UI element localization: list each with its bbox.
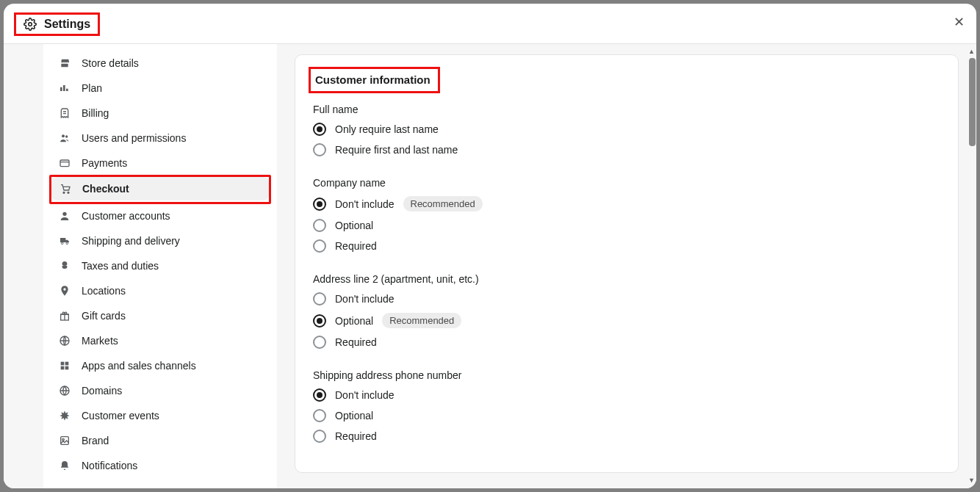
sidebar-item-locations[interactable]: Locations <box>51 279 270 303</box>
sidebar-item-users-and-permissions[interactable]: Users and permissions <box>51 126 270 150</box>
svg-rect-3 <box>60 160 69 167</box>
brand-icon <box>58 435 71 446</box>
sidebar-item-payments[interactable]: Payments <box>51 151 270 175</box>
sidebar-item-label: Shipping and delivery <box>82 235 180 247</box>
sidebar-item-billing[interactable]: Billing <box>51 101 270 125</box>
sidebar-item-brand[interactable]: Brand <box>51 429 270 452</box>
radio-label: Don't include <box>335 198 394 210</box>
radio-option[interactable]: Only require last name <box>313 123 940 136</box>
sidebar-item-label: Payments <box>82 157 127 169</box>
svg-rect-13 <box>65 362 69 366</box>
group-label: Company name <box>313 177 940 189</box>
sidebar-item-label: Users and permissions <box>82 132 186 144</box>
settings-sidebar: Store detailsPlanBillingUsers and permis… <box>43 44 277 488</box>
radio-option[interactable]: Required <box>313 336 940 349</box>
svg-point-9 <box>63 288 65 290</box>
person-icon <box>58 210 71 222</box>
radio-icon[interactable] <box>313 314 326 328</box>
globe-icon <box>58 335 71 347</box>
card-title-highlight-box: Customer information <box>309 67 440 93</box>
sidebar-item-markets[interactable]: Markets <box>51 329 270 352</box>
svg-point-7 <box>61 242 63 245</box>
sidebar-item-customer-accounts[interactable]: Customer accounts <box>51 204 270 228</box>
sidebar-item-label: Notifications <box>82 460 137 471</box>
users-icon <box>58 132 71 144</box>
sidebar-item-label: Locations <box>82 285 126 297</box>
sidebar-item-label: Brand <box>82 435 109 446</box>
group-label: Shipping address phone number <box>313 369 940 381</box>
sidebar-item-checkout[interactable]: Checkout <box>51 177 269 200</box>
sidebar-item-label: Customer accounts <box>82 210 170 222</box>
scrollbar-thumb[interactable] <box>969 58 976 146</box>
radio-icon[interactable] <box>313 292 326 305</box>
sidebar-item-label: Apps and sales channels <box>82 360 196 372</box>
radio-icon[interactable] <box>313 143 326 156</box>
radio-icon[interactable] <box>313 198 326 211</box>
scroll-arrow-down-icon[interactable]: ▼ <box>968 477 975 484</box>
cart-icon <box>59 183 72 195</box>
sidebar-item-shipping-and-delivery[interactable]: Shipping and delivery <box>51 229 270 253</box>
radio-label: Required <box>335 430 377 442</box>
sidebar-item-customer-events[interactable]: Customer events <box>51 404 270 427</box>
sidebar-item-store-details[interactable]: Store details <box>51 51 270 75</box>
page-title: Settings <box>44 18 90 31</box>
radio-label: Require first and last name <box>335 144 458 156</box>
gear-icon <box>24 18 37 31</box>
svg-rect-14 <box>61 366 65 370</box>
domain-icon <box>58 385 71 397</box>
customer-information-card: Customer information Full nameOnly requi… <box>295 54 959 473</box>
sidebar-item-label: Checkout <box>82 183 129 195</box>
radio-option[interactable]: Optional <box>313 409 940 422</box>
store-icon <box>58 57 71 69</box>
recommended-badge: Recommended <box>403 196 483 211</box>
sidebar-item-plan[interactable]: Plan <box>51 76 270 100</box>
svg-point-6 <box>62 212 66 216</box>
radio-label: Don't include <box>335 389 394 401</box>
radio-option[interactable]: OptionalRecommended <box>313 313 940 328</box>
pin-icon <box>58 285 71 297</box>
radio-option[interactable]: Require first and last name <box>313 143 940 156</box>
tax-icon <box>58 260 71 272</box>
sidebar-item-gift-cards[interactable]: Gift cards <box>51 304 270 328</box>
sidebar-item-label: Plan <box>82 82 102 94</box>
sidebar-item-taxes-and-duties[interactable]: Taxes and duties <box>51 254 270 278</box>
truck-icon <box>58 235 71 247</box>
sidebar-highlight-box: Checkout <box>49 175 271 204</box>
radio-label: Only require last name <box>335 123 439 135</box>
radio-icon[interactable] <box>313 219 326 232</box>
scroll-arrow-up-icon[interactable]: ▲ <box>968 48 975 55</box>
sidebar-item-label: Taxes and duties <box>82 260 159 272</box>
radio-option[interactable]: Don't include <box>313 388 940 402</box>
radio-icon[interactable] <box>313 123 326 136</box>
sidebar-item-apps-and-sales-channels[interactable]: Apps and sales channels <box>51 354 270 377</box>
settings-dialog: Settings ✕ Store detailsPlanBillingUsers… <box>4 4 976 488</box>
radio-option[interactable]: Required <box>313 239 940 253</box>
radio-icon[interactable] <box>313 409 326 422</box>
dialog-body: Store detailsPlanBillingUsers and permis… <box>4 44 976 488</box>
group-label: Full name <box>313 104 940 115</box>
radio-option[interactable]: Don't include <box>313 292 940 305</box>
sidebar-item-domains[interactable]: Domains <box>51 379 270 402</box>
close-icon[interactable]: ✕ <box>954 14 965 30</box>
billing-icon <box>58 107 71 119</box>
svg-point-18 <box>62 438 65 441</box>
radio-option[interactable]: Required <box>313 430 940 443</box>
radio-label: Required <box>335 336 377 348</box>
radio-option[interactable]: Optional <box>313 219 940 232</box>
radio-icon[interactable] <box>313 388 326 402</box>
sidebar-item-label: Customer events <box>82 410 159 422</box>
sidebar-item-notifications[interactable]: Notifications <box>51 454 270 477</box>
plan-icon <box>58 82 71 94</box>
svg-point-1 <box>62 134 65 137</box>
radio-option[interactable]: Don't includeRecommended <box>313 196 940 211</box>
svg-point-4 <box>63 192 65 193</box>
content-area: Customer information Full nameOnly requi… <box>277 44 976 488</box>
sidebar-item-label: Store details <box>82 57 139 69</box>
svg-point-8 <box>66 242 68 245</box>
radio-icon[interactable] <box>313 239 326 253</box>
radio-icon[interactable] <box>313 336 326 349</box>
radio-icon[interactable] <box>313 430 326 443</box>
radio-label: Optional <box>335 220 373 231</box>
svg-point-0 <box>29 23 32 26</box>
svg-rect-15 <box>65 366 69 370</box>
